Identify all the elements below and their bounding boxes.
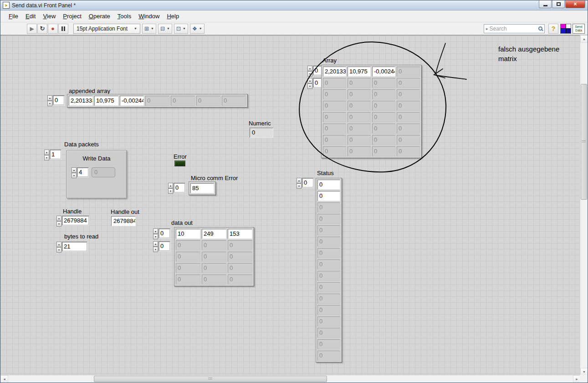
array-cell: 2,201338 (69, 96, 93, 106)
increment-icon[interactable]: ▲ (168, 183, 173, 188)
increment-icon[interactable]: ▲ (153, 228, 158, 234)
font-selector[interactable]: 15pt Application Font ▼ (73, 24, 140, 34)
micro-comm-error-index-spinner[interactable]: ▲▼ (168, 183, 173, 193)
data-packets-control: ▲▼ 1 (44, 150, 61, 160)
horizontal-scrollbar[interactable]: ◄ ► (0, 375, 581, 383)
handle-spinner[interactable]: ▲▼ (56, 216, 61, 226)
decrement-icon[interactable]: ▼ (56, 221, 61, 227)
search-input[interactable] (490, 26, 538, 32)
decrement-icon[interactable]: ▼ (153, 234, 158, 239)
array-cell: 0 (348, 124, 371, 134)
vertical-scroll-track[interactable] (580, 43, 588, 368)
array-cell: 0 (317, 237, 340, 247)
increment-icon[interactable]: ▲ (307, 78, 312, 83)
array-cell: 0 (317, 259, 340, 269)
maximize-button[interactable] (552, 0, 565, 8)
data-packets-spinner[interactable]: ▲▼ (44, 150, 49, 160)
handle-value[interactable]: 2679884 (62, 216, 89, 226)
vi-icon[interactable]: Send Data (573, 24, 585, 34)
abort-button[interactable]: ● (48, 24, 58, 34)
status-index[interactable]: 0 (302, 178, 314, 188)
decrement-icon[interactable]: ▼ (44, 155, 49, 160)
search-icon[interactable] (538, 26, 542, 31)
data-packets-value[interactable]: 1 (50, 150, 61, 160)
array-cell: 0 (317, 214, 340, 224)
scroll-up-button[interactable]: ▲ (580, 35, 588, 43)
decrement-icon[interactable]: ▼ (168, 188, 173, 194)
data-out-row-index[interactable]: 0 (159, 228, 170, 238)
decrement-icon[interactable]: ▼ (72, 173, 77, 178)
increment-icon[interactable]: ▲ (56, 242, 61, 247)
increment-icon[interactable]: ▲ (153, 241, 158, 247)
menu-tools[interactable]: Tools (114, 11, 135, 21)
menu-view[interactable]: View (39, 11, 59, 21)
array-cell: 0 (397, 124, 420, 134)
decrement-icon[interactable]: ▼ (307, 83, 312, 89)
close-icon: × (573, 1, 577, 7)
menu-operate[interactable]: Operate (85, 11, 114, 21)
array-cell: 0 (323, 89, 346, 99)
increment-icon[interactable]: ▲ (307, 66, 312, 71)
close-button[interactable]: × (565, 0, 585, 8)
array-cell: 0 (317, 248, 340, 258)
decrement-icon[interactable]: ▼ (307, 71, 312, 77)
array-cell: 0 (323, 135, 346, 145)
menu-help[interactable]: Help (163, 11, 183, 21)
bytes-to-read-spinner[interactable]: ▲▼ (56, 242, 61, 252)
run-continuous-button[interactable]: ↻ (37, 24, 47, 34)
menu-window[interactable]: Window (135, 11, 163, 21)
decrement-icon[interactable]: ▼ (56, 247, 61, 253)
array-cell: 0 (228, 252, 252, 262)
front-panel: appended array ▲▼ 0 2,20133810,975-0,002… (0, 35, 581, 376)
decrement-icon[interactable]: ▼ (47, 101, 52, 106)
micro-comm-error-index[interactable]: 0 (174, 183, 185, 193)
appended-array-index[interactable]: 0 (53, 95, 65, 105)
vertical-scroll-thumb[interactable] (581, 84, 587, 200)
array-row-index-spinner[interactable]: ▲▼ (307, 66, 312, 76)
align-objects-dropdown[interactable]: ⊞ ▼ (142, 24, 156, 34)
write-data-index[interactable]: 4 (77, 167, 89, 177)
resize-objects-dropdown[interactable]: ⊡ ▼ (174, 24, 188, 34)
distribute-objects-dropdown[interactable]: ⊟ ▼ (158, 24, 172, 34)
array-cell: 0 (372, 124, 395, 134)
menu-project[interactable]: Project (59, 11, 85, 21)
horizontal-scroll-track[interactable] (8, 375, 573, 383)
menu-edit[interactable]: Edit (22, 11, 39, 21)
menu-file[interactable]: File (5, 11, 22, 21)
increment-icon[interactable]: ▲ (47, 95, 52, 101)
array-cell: 0 (397, 146, 420, 156)
array-cell: 0 (317, 328, 340, 338)
micro-comm-error-index-control: ▲▼ 0 (168, 183, 185, 193)
status-grid: 0000000000000000 (316, 178, 342, 362)
data-out-row-index-spinner[interactable]: ▲▼ (153, 228, 158, 238)
minimize-icon (543, 5, 547, 6)
write-data-index-spinner[interactable]: ▲▼ (72, 167, 77, 177)
increment-icon[interactable]: ▲ (72, 167, 77, 173)
data-out-grid: 10249153000000000000 (174, 227, 254, 286)
data-out-col-index-spinner[interactable]: ▲▼ (153, 241, 158, 251)
search-history-icon[interactable]: ▸ (486, 26, 488, 31)
reorder-dropdown[interactable]: ❖ ▼ (190, 24, 205, 34)
array-cell: 0 (317, 305, 340, 315)
minimize-button[interactable] (539, 0, 552, 8)
scroll-left-button[interactable]: ◄ (0, 375, 8, 383)
pause-button[interactable] (58, 24, 68, 34)
appended-array-index-spinner[interactable]: ▲▼ (47, 95, 52, 105)
increment-icon[interactable]: ▲ (44, 150, 49, 155)
context-help-button[interactable]: ? (548, 24, 558, 34)
increment-icon[interactable]: ▲ (56, 216, 61, 221)
array-col-index-spinner[interactable]: ▲▼ (307, 78, 312, 88)
array-cell: 0 (397, 112, 420, 122)
status-index-spinner[interactable]: ▲▼ (297, 178, 302, 188)
array-cell: 0 (372, 112, 395, 122)
array-cell: 249 (202, 229, 226, 239)
bytes-to-read-value[interactable]: 21 (62, 242, 87, 252)
decrement-icon[interactable]: ▼ (297, 183, 302, 189)
array-cell: 0 (348, 146, 371, 156)
run-button[interactable]: ▶ (27, 24, 37, 34)
decrement-icon[interactable]: ▼ (153, 247, 158, 252)
horizontal-scroll-thumb[interactable] (94, 376, 327, 382)
data-out-col-index[interactable]: 0 (159, 241, 170, 251)
vertical-scrollbar[interactable]: ▲ ▼ (580, 35, 588, 376)
increment-icon[interactable]: ▲ (297, 178, 302, 183)
